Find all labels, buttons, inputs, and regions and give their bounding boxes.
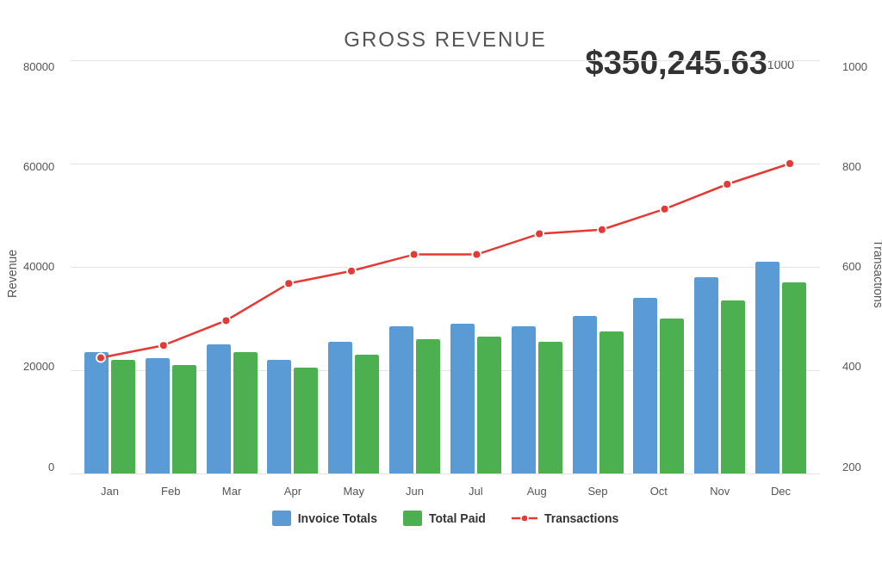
legend-line-icon <box>512 511 537 526</box>
bar-invoice <box>573 316 597 473</box>
month-group <box>328 342 379 473</box>
month-label: Nov <box>694 485 745 498</box>
month-group <box>512 326 562 473</box>
y-left-label: 60000 <box>23 160 54 173</box>
y-right-label: 600 <box>842 260 861 273</box>
y-axis-left-title: Revenue <box>5 249 19 297</box>
month-group <box>755 262 806 473</box>
bar-invoice <box>146 358 170 473</box>
bar-invoice <box>512 326 536 473</box>
bars-row <box>573 316 624 473</box>
y-left-label: 80000 <box>23 60 54 73</box>
month-label: Jun <box>389 485 440 498</box>
bar-paid <box>477 337 501 473</box>
month-group <box>633 298 684 473</box>
month-label: Oct <box>633 485 684 498</box>
month-group <box>573 316 624 473</box>
bars-row <box>84 352 135 473</box>
y-axis-right: 1000800600400200 <box>842 60 867 473</box>
bar-invoice <box>694 277 718 473</box>
month-group <box>694 277 745 473</box>
bar-paid <box>660 319 684 473</box>
x-axis: JanFebMarAprMayJunJulAugSepOctNovDec <box>71 478 820 498</box>
bar-invoice <box>207 344 231 473</box>
legend-item-paid: Total Paid <box>403 511 486 526</box>
month-label: Dec <box>755 485 806 498</box>
legend-box-paid <box>403 511 422 526</box>
y-left-label: 0 <box>48 461 54 473</box>
bars-row <box>450 324 501 473</box>
bar-paid <box>416 339 440 473</box>
bar-paid <box>355 355 379 473</box>
legend-label-paid: Total Paid <box>429 511 486 525</box>
month-label: Jul <box>450 485 501 498</box>
month-label: Sep <box>573 485 624 498</box>
bar-invoice <box>84 352 109 473</box>
month-label: May <box>328 485 379 498</box>
bar-paid <box>538 342 562 473</box>
bar-invoice <box>267 360 291 473</box>
bar-invoice <box>633 298 657 473</box>
month-group <box>450 324 501 473</box>
bar-invoice <box>755 262 780 473</box>
svg-point-24 <box>521 515 528 522</box>
month-group <box>389 326 440 473</box>
y-right-label: 1000 <box>842 60 867 73</box>
bar-paid <box>111 360 135 473</box>
bar-paid <box>782 282 806 473</box>
y-right-label: 800 <box>842 160 861 173</box>
month-label: Apr <box>267 485 318 498</box>
month-label: Aug <box>512 485 562 498</box>
bar-invoice <box>328 342 352 473</box>
month-group <box>267 360 318 473</box>
chart-area: 800006000040000200000 1000800600400200 R… <box>71 60 820 473</box>
legend: Invoice Totals Total Paid Transactions <box>71 511 820 526</box>
bar-invoice <box>450 324 475 473</box>
bar-paid <box>172 365 196 473</box>
bars-row <box>207 344 258 473</box>
y-axis-right-title: Transactions <box>872 239 882 308</box>
bars-row <box>146 358 196 473</box>
month-group <box>84 352 135 473</box>
legend-item-invoice: Invoice Totals <box>272 511 377 526</box>
month-label: Feb <box>146 485 196 498</box>
month-label: Jan <box>84 485 135 498</box>
y-left-label: 20000 <box>23 360 54 373</box>
legend-item-transactions: Transactions <box>512 511 618 526</box>
bar-paid <box>721 300 745 473</box>
legend-label-transactions: Transactions <box>544 511 618 525</box>
y-right-label: 400 <box>842 360 861 373</box>
bars-row <box>755 262 806 473</box>
bars-row <box>633 298 684 473</box>
bars-row <box>512 326 562 473</box>
chart-wrapper: 800006000040000200000 1000800600400200 R… <box>71 60 820 498</box>
bar-invoice <box>389 326 413 473</box>
grid-line <box>71 473 820 474</box>
bars-row <box>267 360 318 473</box>
y-right-label: 200 <box>842 461 861 473</box>
bars-row <box>389 326 440 473</box>
y-axis-left: 800006000040000200000 <box>23 60 54 473</box>
legend-box-invoice <box>272 511 291 526</box>
bar-paid <box>233 352 258 473</box>
month-label: Mar <box>207 485 258 498</box>
bar-paid <box>294 368 318 473</box>
bars-area <box>71 60 820 473</box>
chart-container: GROSS REVENUE $350,245.631000 8000060000… <box>10 10 872 579</box>
month-group <box>146 358 196 473</box>
legend-label-invoice: Invoice Totals <box>298 511 377 525</box>
month-group <box>207 344 258 473</box>
bars-row <box>694 277 745 473</box>
bar-paid <box>599 331 624 473</box>
bars-row <box>328 342 379 473</box>
y-left-label: 40000 <box>23 260 54 273</box>
